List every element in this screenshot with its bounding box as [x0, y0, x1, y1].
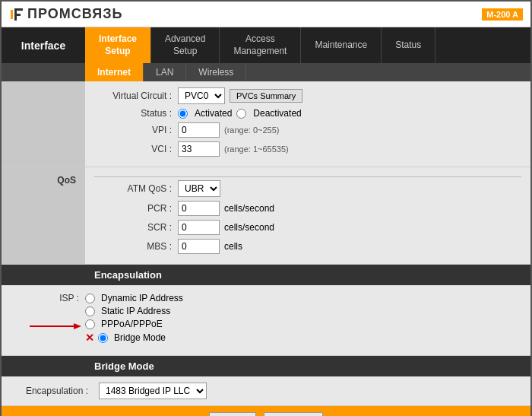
x-mark-icon: ✕ — [85, 332, 94, 344]
svg-rect-3 — [14, 14, 21, 16]
status-deactivated-radio[interactable] — [236, 109, 246, 119]
vpi-row: VPI : (range: 0~255) — [94, 122, 521, 138]
virtual-circuit-control: PVC0 PVCs Summary — [178, 87, 302, 104]
vpi-range: (range: 0~255) — [224, 125, 279, 135]
svg-marker-5 — [74, 323, 81, 329]
pcr-unit: cells/second — [224, 203, 274, 214]
bridge-mode-label: Bridge Mode — [94, 360, 154, 372]
isp-bridge-row: ✕ Bridge Mode — [85, 332, 183, 344]
scr-unit: cells/second — [224, 222, 274, 233]
isp-dynamic-radio[interactable] — [85, 294, 95, 303]
svg-rect-2 — [14, 8, 23, 11]
tab-advanced-setup[interactable]: AdvancedSetup — [151, 27, 220, 63]
tab-interface-setup[interactable]: InterfaceSetup — [85, 27, 151, 63]
isp-pppoa-row: PPPoA/PPPoE — [85, 319, 183, 329]
atm-qos-control: UBR — [178, 180, 220, 197]
pcr-row: PCR : cells/second — [94, 201, 521, 216]
tab-access-management[interactable]: AccessManagement — [220, 27, 301, 63]
status-label: Status : — [94, 108, 178, 119]
tab-status[interactable]: Status — [382, 27, 435, 63]
encapsulation-header: Encapsulation — [2, 265, 530, 285]
isp-dynamic-row: Dynamic IP Address — [85, 293, 183, 303]
vci-label: VCI : — [94, 144, 178, 154]
mbs-unit: cells — [224, 241, 242, 252]
qos-atm-body: ATM QoS : UBR PCR : cells/second — [85, 167, 530, 264]
vpi-input[interactable] — [178, 122, 220, 138]
nav-tabs: InterfaceSetup AdvancedSetup AccessManag… — [85, 27, 530, 63]
scr-control: cells/second — [178, 220, 274, 235]
bridge-encap-label: Encapsulation : — [11, 386, 94, 396]
virtual-circuit-row: Virtual Circuit : PVC0 PVCs Summary — [94, 87, 521, 104]
main-content: Virtual Circuit : PVC0 PVCs Summary Stat… — [2, 81, 530, 416]
virtual-circuit-select[interactable]: PVC0 — [178, 87, 225, 104]
arrow-annotation — [28, 320, 81, 332]
status-deactivated-label: Deactivated — [253, 108, 301, 119]
isp-section: ISP : Dynamic IP Address Static IP Addre… — [2, 285, 530, 356]
qos-atm-label: QoS — [2, 167, 85, 264]
isp-static-radio[interactable] — [85, 306, 95, 316]
atm-qos-select[interactable]: UBR — [178, 180, 220, 197]
isp-static-row: Static IP Address — [85, 306, 183, 316]
scr-label: SCR : — [94, 222, 178, 233]
svg-rect-0 — [11, 10, 13, 19]
mbs-label: MBS : — [94, 241, 178, 252]
pvcs-summary-button[interactable]: PVCs Summary — [230, 89, 302, 103]
sub-tab-lan[interactable]: LAN — [144, 63, 186, 81]
isp-options: Dynamic IP Address Static IP Address — [85, 293, 183, 344]
pcr-input[interactable] — [178, 201, 220, 216]
qos-section: Virtual Circuit : PVC0 PVCs Summary Stat… — [2, 81, 530, 167]
qos-atm-section: QoS ATM QoS : UBR PCR : — [2, 167, 530, 265]
isp-label: ISP : — [2, 293, 85, 303]
isp-row: ISP : Dynamic IP Address Static IP Addre… — [2, 293, 521, 344]
isp-pppoa-radio[interactable] — [85, 319, 95, 329]
vci-row: VCI : (range: 1~65535) — [94, 141, 521, 157]
pcr-control: cells/second — [178, 201, 274, 216]
vci-control: (range: 1~65535) — [178, 141, 289, 157]
bridge-mode-header: Bridge Mode — [2, 356, 530, 376]
sub-nav: Internet LAN Wireless — [2, 63, 530, 81]
sub-tab-wireless[interactable]: Wireless — [186, 63, 246, 81]
save-button[interactable]: SAVE — [209, 412, 256, 416]
delete-button[interactable]: DELETE — [264, 412, 322, 416]
qos-label — [2, 81, 85, 167]
isp-dynamic-label: Dynamic IP Address — [101, 293, 183, 303]
logo-text: ПРОМСВЯЗЬ — [27, 6, 122, 22]
status-control: Activated Deactivated — [178, 108, 302, 119]
bridge-encap-row: Encapsulation : 1483 Bridged IP LLC — [2, 376, 530, 405]
isp-bridge-label: Bridge Mode — [114, 332, 166, 343]
isp-static-label: Static IP Address — [101, 306, 170, 316]
pcr-label: PCR : — [94, 203, 178, 214]
mbs-row: MBS : cells — [94, 239, 521, 254]
mbs-input[interactable] — [178, 239, 220, 254]
vpi-label: VPI : — [94, 125, 178, 135]
title-bar: ПРОМСВЯЗЬ M-200 A — [2, 2, 530, 27]
isp-bridge-radio[interactable] — [98, 333, 108, 343]
logo: ПРОМСВЯЗЬ — [9, 6, 122, 22]
sub-tab-internet[interactable]: Internet — [85, 63, 144, 81]
red-arrow-icon — [28, 320, 81, 332]
bridge-encap-select[interactable]: 1483 Bridged IP LLC — [99, 383, 207, 399]
bottom-bar: SAVE DELETE — [2, 406, 530, 416]
vpi-control: (range: 0~255) — [178, 122, 279, 138]
status-activated-radio[interactable] — [178, 109, 188, 119]
scr-row: SCR : cells/second — [94, 220, 521, 235]
status-activated-label: Activated — [195, 108, 232, 119]
bridge-mode-content: Encapsulation : 1483 Bridged IP LLC — [2, 376, 530, 406]
logo-icon — [9, 7, 24, 22]
qos-body: Virtual Circuit : PVC0 PVCs Summary Stat… — [85, 81, 530, 167]
status-row: Status : Activated Deactivated — [94, 108, 521, 119]
vci-input[interactable] — [178, 141, 220, 157]
scr-input[interactable] — [178, 220, 220, 235]
virtual-circuit-label: Virtual Circuit : — [94, 91, 178, 101]
main-window: ПРОМСВЯЗЬ M-200 A Interface InterfaceSet… — [0, 0, 532, 416]
isp-pppoa-label: PPPoA/PPPoE — [101, 319, 163, 329]
model-badge: M-200 A — [482, 8, 523, 21]
tab-maintenance[interactable]: Maintenance — [301, 27, 382, 63]
vci-range: (range: 1~65535) — [224, 144, 289, 154]
mbs-control: cells — [178, 239, 242, 254]
nav-brand: Interface — [2, 27, 85, 63]
encapsulation-label: Encapsulation — [94, 269, 162, 281]
atm-qos-row: ATM QoS : UBR — [94, 180, 521, 197]
atm-qos-label: ATM QoS : — [94, 183, 178, 194]
top-nav: Interface InterfaceSetup AdvancedSetup A… — [2, 27, 530, 63]
